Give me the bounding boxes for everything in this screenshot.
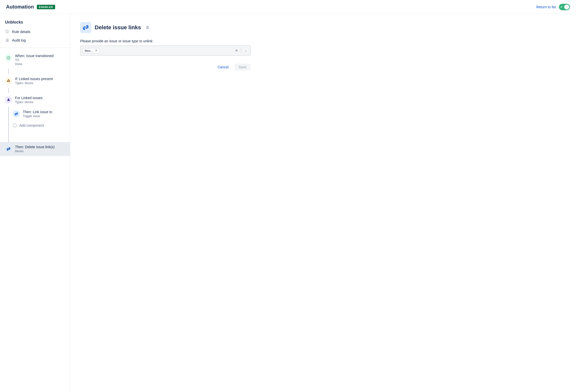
sidebar-item-audit-log[interactable]: ☰ Audit log (0, 36, 70, 45)
return-to-list-link[interactable]: Return to list (536, 5, 556, 9)
multi-select-box[interactable]: bloc... ✕ ✕ ⌄ (80, 46, 251, 56)
app-header: Automation ENABLED Return to list ✓ (0, 0, 576, 14)
main-content: Delete issue links 🗑 Please provide an i… (70, 14, 576, 392)
action-icon-box (80, 22, 91, 33)
form-label: Please provide an issue or issue type to… (80, 39, 566, 43)
when-subtitle-label: TO (15, 58, 54, 62)
flow-connector-1 (8, 69, 9, 74)
select-actions: ✕ ⌄ (234, 48, 248, 53)
toggle-check-icon: ✓ (560, 5, 563, 9)
flow-item-if[interactable]: If: Linked issues present Types: blocks (0, 74, 70, 88)
select-divider (241, 48, 241, 53)
save-button[interactable]: Save (235, 64, 251, 71)
for-title: For Linked issues (15, 96, 43, 100)
then-link-icon (13, 110, 20, 117)
sidebar: Unblocks ⓘ Rule details ☰ Audit log When… (0, 14, 70, 392)
sidebar-item-label: Audit log (12, 38, 26, 42)
svg-point-0 (8, 99, 9, 100)
form-actions: Cancel Save (80, 64, 251, 71)
status-badge: ENABLED (37, 5, 55, 9)
flow-connector-3 (8, 137, 9, 142)
when-title: When: Issue transitioned (15, 54, 54, 58)
nested-content: Then: Link issue to Trigger issue Add co… (9, 107, 70, 137)
sidebar-divider (0, 48, 70, 48)
then-delete-icon (5, 145, 12, 152)
when-content: When: Issue transitioned TO Done (15, 54, 54, 66)
clear-button[interactable]: ✕ (234, 48, 239, 53)
then-link-content: Then: Link issue to Trigger issue (23, 110, 52, 118)
info-icon: ⓘ (5, 30, 10, 34)
add-component-circle (13, 123, 17, 127)
header-right: Return to list ✓ (536, 4, 570, 10)
enabled-toggle[interactable]: ✓ (559, 4, 570, 10)
then-link-subtitle: Trigger issue (23, 114, 52, 118)
tag-remove-button[interactable]: ✕ (95, 49, 97, 52)
sidebar-item-rule-details[interactable]: ⓘ Rule details (0, 28, 70, 36)
when-icon (5, 54, 12, 61)
then-link-title: Then: Link issue to (23, 110, 52, 114)
selected-tag: bloc... ✕ (82, 48, 100, 53)
for-subtitle: Types: blocks (15, 100, 43, 104)
flow-connector-2 (8, 88, 9, 93)
action-title: Delete issue links (95, 24, 141, 31)
flow-item-then-delete[interactable]: Then: Delete issue link(s) blocks (0, 142, 70, 156)
if-subtitle: Types: blocks (15, 81, 53, 85)
flow-item-then-link[interactable]: Then: Link issue to Trigger issue (9, 107, 70, 121)
action-header: Delete issue links 🗑 (80, 22, 566, 33)
tag-label: bloc... (85, 49, 93, 53)
list-icon: ☰ (5, 38, 10, 43)
add-component-label: Add component (19, 123, 44, 127)
then-delete-subtitle: blocks (15, 149, 55, 153)
if-title: If: Linked issues present (15, 77, 53, 81)
for-icon (5, 96, 12, 103)
then-delete-title: Then: Delete issue link(s) (15, 145, 55, 149)
if-icon (5, 77, 12, 84)
then-delete-content: Then: Delete issue link(s) blocks (15, 145, 55, 153)
for-content: For Linked issues Types: blocks (15, 96, 43, 104)
app-title: Automation (6, 4, 34, 10)
cancel-button[interactable]: Cancel (214, 64, 232, 71)
sidebar-section-title: Unblocks (0, 18, 70, 28)
nested-container: Then: Link issue to Trigger issue Add co… (5, 107, 70, 137)
when-subtitle-value: Done (15, 62, 54, 66)
delete-icon[interactable]: 🗑 (146, 25, 150, 30)
sidebar-item-label: Rule details (12, 30, 30, 34)
if-content: If: Linked issues present Types: blocks (15, 77, 53, 85)
flow-item-for[interactable]: For Linked issues Types: blocks (0, 93, 70, 107)
add-component-button[interactable]: Add component (9, 121, 70, 130)
dropdown-chevron[interactable]: ⌄ (243, 48, 248, 53)
flow-item-when[interactable]: When: Issue transitioned TO Done (0, 51, 70, 69)
main-layout: Unblocks ⓘ Rule details ☰ Audit log When… (0, 14, 576, 392)
